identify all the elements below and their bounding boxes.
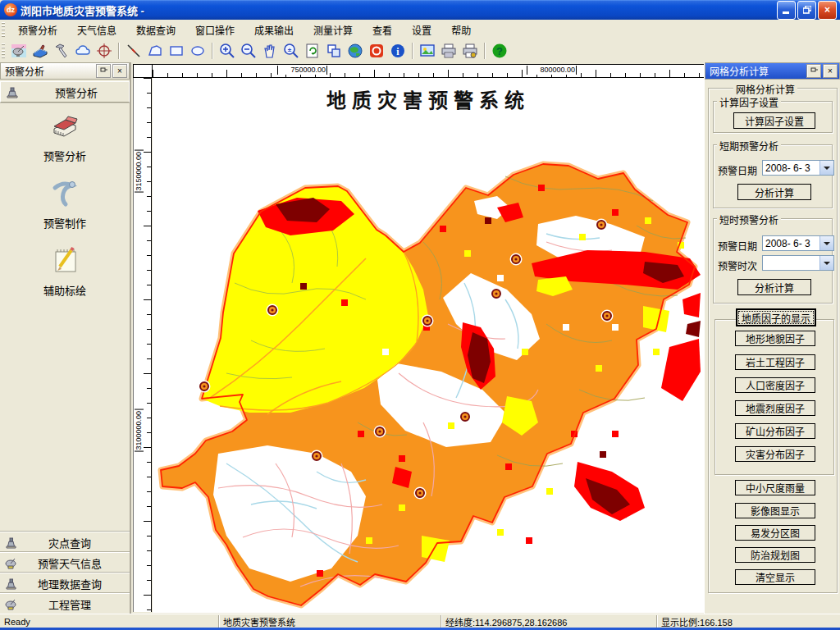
ruler-corner — [133, 64, 153, 78]
menu-grip[interactable] — [2, 22, 5, 37]
chevron-down-icon[interactable] — [819, 236, 833, 250]
help-icon[interactable]: ? — [490, 42, 509, 61]
menu-help[interactable]: 帮助 — [441, 21, 481, 39]
app-icon: dz — [4, 3, 17, 16]
image-display-button[interactable]: 影像图显示 — [735, 503, 815, 518]
tool-warning-production[interactable]: 预警制作 — [0, 176, 130, 231]
calc-factor-settings-button[interactable]: 计算因子设置 — [733, 112, 815, 129]
ellipse-tool-icon[interactable] — [188, 42, 208, 61]
toolbar-grip[interactable] — [2, 43, 5, 58]
info-icon[interactable]: i — [388, 42, 408, 61]
zoom-in-icon[interactable] — [217, 42, 237, 61]
swoosh-tool-icon — [48, 176, 81, 212]
menu-bar: 预警分析 天气信息 数据查询 窗口操作 成果输出 测量计算 查看 设置 帮助 — [0, 20, 840, 40]
book-icon — [48, 111, 81, 144]
menu-view[interactable]: 查看 — [363, 21, 402, 39]
chevron-down-icon[interactable] — [819, 256, 833, 270]
short-term-date-combobox[interactable]: 2008- 6- 3 — [762, 160, 834, 176]
tool-warning-analysis[interactable]: 预警分析 — [0, 111, 130, 163]
grid-analysis-group-label: 网格分析计算 — [733, 82, 797, 96]
menu-measure-calc[interactable]: 测量计算 — [304, 21, 363, 39]
window-title: 浏阳市地质灾害预警系统 - — [21, 2, 144, 18]
hammer-tool-icon[interactable] — [52, 42, 71, 61]
susceptibility-zoning-button[interactable]: 易发分区图 — [735, 525, 815, 541]
copy-layers-icon[interactable] — [324, 42, 344, 61]
right-panel-pin-button[interactable] — [806, 64, 821, 78]
minimize-button[interactable] — [777, 1, 796, 20]
cloud-icon[interactable] — [73, 42, 93, 61]
status-document: 地质灾害预警系统 — [218, 615, 441, 628]
restore-button[interactable] — [797, 1, 816, 20]
stamp-icon — [1, 85, 24, 98]
crosshair-icon[interactable] — [94, 42, 114, 61]
image-view-icon[interactable] — [418, 42, 437, 61]
map-canvas[interactable]: 地质灾害预警系统 — [153, 78, 704, 613]
population-factor-button[interactable]: 人口密度因子 — [735, 377, 815, 393]
seismic-factor-button[interactable]: 地震烈度因子 — [735, 400, 815, 416]
h-ruler-label: 750000.00 — [277, 66, 327, 75]
status-ready: Ready — [0, 615, 218, 628]
short-time-period-label: 预警时次 — [718, 258, 757, 272]
menu-weather-info[interactable]: 天气信息 — [67, 21, 126, 39]
short-time-period-combobox[interactable] — [762, 255, 834, 271]
nav-project-management[interactable]: 工程管理 — [0, 593, 130, 614]
geology-factor-display-button[interactable]: 地质因子的显示 — [736, 308, 816, 326]
vertical-ruler: 3150000.00 3100000.00 — [133, 78, 152, 612]
nav-disaster-point-query[interactable]: 灾点查询 — [0, 532, 130, 552]
svg-text:?: ? — [496, 45, 503, 57]
print-icon[interactable] — [439, 42, 459, 61]
dish-icon — [0, 598, 21, 610]
right-panel-close-button[interactable]: × — [823, 64, 838, 78]
short-time-analyze-button[interactable]: 分析计算 — [737, 279, 811, 295]
geotech-factor-button[interactable]: 岩土工程因子 — [735, 354, 815, 370]
rectangle-tool-icon[interactable] — [167, 42, 186, 61]
chevron-down-icon[interactable] — [819, 161, 833, 175]
clear-display-button[interactable]: 清空显示 — [735, 569, 815, 585]
rainfall-scale-button[interactable]: 中小尺度雨量 — [735, 480, 815, 495]
nav-warning-weather-info[interactable]: 预警天气信息 — [0, 552, 130, 573]
menu-settings[interactable]: 设置 — [402, 21, 441, 39]
print-setup-icon[interactable] — [460, 42, 480, 61]
mine-distribution-factor-button[interactable]: 矿山分布因子 — [735, 423, 815, 439]
disaster-distribution-factor-button[interactable]: 灾害分布因子 — [735, 446, 815, 462]
left-panel: 预警分析 × 预警分析 预警分析 预警制作 辅助标绘 灾点查询 — [0, 62, 131, 614]
zoom-extent-icon[interactable]: ± — [281, 42, 301, 61]
prevention-planning-button[interactable]: 防治规划图 — [735, 547, 815, 563]
window-titlebar: dz 浏阳市地质灾害预警系统 - × — [0, 0, 840, 20]
short-term-analyze-button[interactable]: 分析计算 — [737, 184, 811, 200]
pan-hand-icon[interactable] — [260, 42, 280, 61]
risk-map — [153, 78, 704, 613]
v-ruler-label: 3100000.00 — [135, 409, 144, 452]
left-panel-header[interactable]: 预警分析 — [0, 81, 130, 103]
menu-window-ops[interactable]: 窗口操作 — [185, 21, 244, 39]
paint-fill-icon[interactable] — [30, 42, 50, 61]
line-tool-icon[interactable] — [124, 42, 144, 61]
polygon-tool-icon[interactable] — [145, 42, 165, 61]
tool-aux-plotting[interactable]: 辅助标绘 — [0, 244, 130, 298]
globe-web-icon[interactable] — [345, 42, 365, 61]
right-panel-titlebar: 网格分析计算 × — [705, 62, 840, 80]
notepad-pencil-icon — [48, 244, 81, 279]
left-panel-nav: 灾点查询 预警天气信息 地理数据查询 工程管理 — [0, 532, 130, 614]
menu-data-query[interactable]: 数据查询 — [126, 21, 185, 39]
h-ruler-label: 800000.00 — [527, 66, 577, 75]
short-time-date-combobox[interactable]: 2008- 6- 3 — [762, 235, 834, 251]
left-panel-close-button[interactable]: × — [112, 64, 127, 78]
v-ruler-label: 3150000.00 — [135, 150, 144, 193]
menu-result-output[interactable]: 成果输出 — [244, 21, 304, 39]
toolbar: ± i ? — [0, 39, 840, 63]
satellite-map-icon[interactable] — [9, 42, 29, 61]
refresh-view-icon[interactable] — [303, 42, 322, 61]
nav-geo-data-query[interactable]: 地理数据查询 — [0, 573, 130, 593]
zoom-out-icon[interactable] — [239, 42, 258, 61]
status-bar: Ready 地质灾害预警系统 经纬度:114.296875,28.162686 … — [0, 614, 840, 628]
left-panel-header-label: 预警分析 — [24, 84, 129, 100]
close-button[interactable]: × — [818, 1, 837, 20]
map-title: 地质灾害预警系统 — [153, 84, 704, 113]
stop-icon[interactable] — [367, 42, 386, 61]
menu-warning-analysis[interactable]: 预警分析 — [8, 21, 67, 39]
terrain-factor-button[interactable]: 地形地貌因子 — [735, 331, 815, 346]
short-time-date-label: 预警日期 — [718, 239, 757, 253]
stamp-icon — [0, 578, 21, 590]
left-panel-pin-button[interactable] — [96, 64, 111, 78]
